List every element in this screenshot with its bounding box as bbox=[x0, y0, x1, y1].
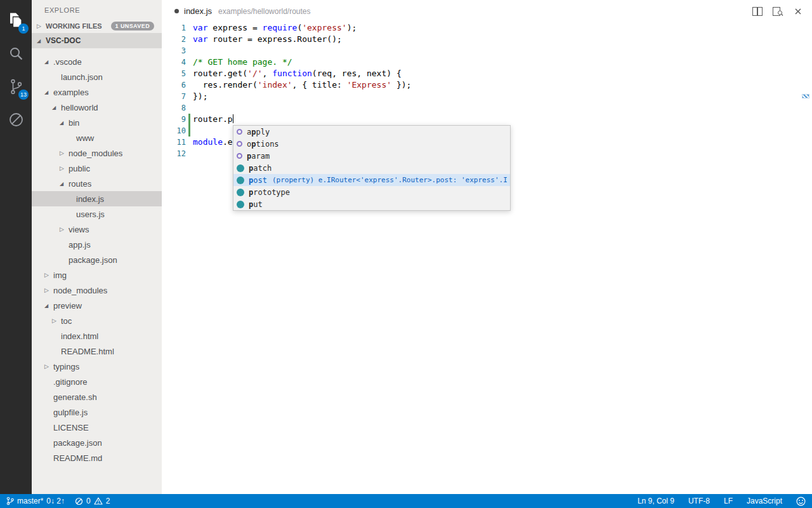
code-line-4[interactable]: 4/* GET home page. */ bbox=[162, 57, 812, 68]
tree-item-package.json[interactable]: package.json bbox=[32, 435, 162, 450]
split-editor-icon[interactable] bbox=[751, 6, 764, 17]
tree-item-public[interactable]: public bbox=[32, 161, 162, 176]
close-editor-icon[interactable] bbox=[792, 6, 804, 17]
code-line-3[interactable]: 3 bbox=[162, 45, 812, 57]
text-cursor bbox=[233, 114, 234, 123]
suggestion-item-prototype[interactable]: prototype bbox=[233, 186, 510, 198]
editor-pane: index.js examples/helloworld/routes bbox=[162, 0, 812, 494]
activity-git-button[interactable]: 13 bbox=[0, 70, 32, 103]
code-line-2[interactable]: 2var router = express.Router(); bbox=[162, 34, 812, 45]
twistie-collapsed-icon bbox=[44, 287, 53, 293]
line-number: 2 bbox=[162, 34, 186, 45]
code-line-7[interactable]: 7}); bbox=[162, 91, 812, 102]
project-section-header[interactable]: VSC-DOC bbox=[32, 33, 162, 48]
tree-item-typings[interactable]: typings bbox=[32, 359, 162, 374]
eol-indicator[interactable]: LF bbox=[724, 497, 733, 505]
activity-explorer-button[interactable]: 1 bbox=[0, 4, 32, 37]
git-gutter bbox=[186, 79, 193, 91]
tree-item-label: helloworld bbox=[61, 103, 98, 112]
git-added-indicator bbox=[186, 114, 193, 125]
git-gutter bbox=[186, 34, 193, 45]
encoding-indicator[interactable]: UTF-8 bbox=[688, 497, 710, 505]
activity-search-button[interactable] bbox=[0, 37, 32, 70]
tree-item-users.js[interactable]: users.js bbox=[32, 206, 162, 222]
tree-item-bin[interactable]: bin bbox=[32, 115, 162, 130]
tree-item-helloworld[interactable]: helloworld bbox=[32, 100, 162, 115]
method-icon bbox=[237, 129, 242, 135]
working-files-header[interactable]: WORKING FILES 1 UNSAVED bbox=[32, 19, 162, 33]
tree-item-index.html[interactable]: index.html bbox=[32, 328, 162, 344]
vscode-window: 1 13 EXPLORE bbox=[0, 0, 812, 494]
tree-item-LICENSE[interactable]: LICENSE bbox=[32, 420, 162, 435]
feedback-smiley-icon[interactable] bbox=[796, 497, 806, 506]
twistie-expanded-icon bbox=[44, 303, 53, 309]
tree-item-img[interactable]: img bbox=[32, 267, 162, 283]
tree-item-label: app.js bbox=[69, 240, 91, 250]
explorer-sidebar: EXPLORE WORKING FILES 1 UNSAVED VSC-DOC … bbox=[32, 0, 162, 494]
suggestion-label: put bbox=[249, 200, 263, 209]
suggestion-item-patch[interactable]: patch bbox=[233, 162, 510, 174]
sidebar-title: EXPLORE bbox=[32, 0, 162, 19]
tree-item-gulpfile.js[interactable]: gulpfile.js bbox=[32, 404, 162, 420]
tree-item-package.json[interactable]: package.json bbox=[32, 252, 162, 267]
code-line-8[interactable]: 8 bbox=[162, 102, 812, 114]
code-line-1[interactable]: 1var express = require('express'); bbox=[162, 22, 812, 34]
twistie-expanded-icon bbox=[44, 90, 53, 95]
line-number: 10 bbox=[162, 125, 186, 137]
tree-item-index.js[interactable]: index.js bbox=[32, 191, 162, 206]
tree-item-preview[interactable]: preview bbox=[32, 298, 162, 313]
line-number: 5 bbox=[162, 68, 186, 79]
code-line-5[interactable]: 5router.get('/', function(req, res, next… bbox=[162, 68, 812, 79]
code-text: }); bbox=[193, 91, 207, 102]
tree-item-node_modules[interactable]: node_modules bbox=[32, 283, 162, 298]
suggest-widget: applyoptionsparampatchpost(property) e.I… bbox=[233, 125, 511, 211]
suggestion-item-options[interactable]: options bbox=[233, 138, 510, 150]
tree-item-label: index.html bbox=[61, 331, 98, 341]
code-line-6[interactable]: 6 res.render('index', { title: 'Express'… bbox=[162, 79, 812, 91]
tree-item-node_modules[interactable]: node_modules bbox=[32, 145, 162, 161]
git-gutter bbox=[186, 45, 193, 57]
cursor-position[interactable]: Ln 9, Col 9 bbox=[638, 497, 674, 505]
activity-debug-button[interactable] bbox=[0, 103, 32, 136]
git-added-indicator bbox=[186, 125, 193, 137]
tree-item-.gitignore[interactable]: .gitignore bbox=[32, 374, 162, 389]
suggestion-item-param[interactable]: param bbox=[233, 150, 510, 162]
tree-item-label: README.html bbox=[61, 347, 114, 356]
method-icon bbox=[237, 141, 242, 147]
line-number: 6 bbox=[162, 79, 186, 91]
suggestion-label: prototype bbox=[249, 188, 290, 197]
tree-item-generate.sh[interactable]: generate.sh bbox=[32, 389, 162, 404]
code-line-9[interactable]: 9router.p bbox=[162, 114, 812, 125]
tree-item-launch.json[interactable]: launch.json bbox=[32, 69, 162, 84]
suggestion-label: options bbox=[247, 140, 279, 149]
tree-item-label: .gitignore bbox=[53, 377, 87, 387]
tree-item-app.js[interactable]: app.js bbox=[32, 237, 162, 252]
tree-item-label: img bbox=[53, 271, 67, 280]
status-bar-left: master* 0↓ 2↑ 0 2 bbox=[6, 497, 110, 505]
tree-item-www[interactable]: www bbox=[32, 130, 162, 145]
language-mode[interactable]: JavaScript bbox=[747, 497, 782, 505]
open-preview-icon[interactable] bbox=[771, 6, 784, 17]
suggestion-item-put[interactable]: put bbox=[233, 198, 510, 210]
tree-item-.vscode[interactable]: .vscode bbox=[32, 54, 162, 69]
line-number: 12 bbox=[162, 148, 186, 159]
tree-item-label: node_modules bbox=[69, 149, 122, 158]
suggestion-item-post[interactable]: post(property) e.IRouter<'express'.Route… bbox=[233, 174, 510, 186]
tree-item-README.md[interactable]: README.md bbox=[32, 450, 162, 465]
method-icon bbox=[237, 153, 242, 159]
tree-item-routes[interactable]: routes bbox=[32, 176, 162, 191]
tree-item-examples[interactable]: examples bbox=[32, 84, 162, 100]
tree-item-views[interactable]: views bbox=[32, 222, 162, 237]
tree-item-toc[interactable]: toc bbox=[32, 313, 162, 328]
line-number: 3 bbox=[162, 45, 186, 57]
twistie-collapsed-icon bbox=[60, 165, 69, 171]
git-branch-status[interactable]: master* 0↓ 2↑ bbox=[6, 497, 65, 505]
tree-item-label: generate.sh bbox=[53, 392, 97, 402]
tree-item-label: package.json bbox=[69, 255, 117, 265]
problems-status[interactable]: 0 2 bbox=[75, 497, 110, 505]
branch-icon bbox=[6, 497, 14, 505]
warning-count: 2 bbox=[106, 497, 110, 505]
tree-item-label: launch.json bbox=[61, 72, 103, 82]
suggestion-item-apply[interactable]: apply bbox=[233, 126, 510, 138]
tree-item-README.html[interactable]: README.html bbox=[32, 344, 162, 359]
